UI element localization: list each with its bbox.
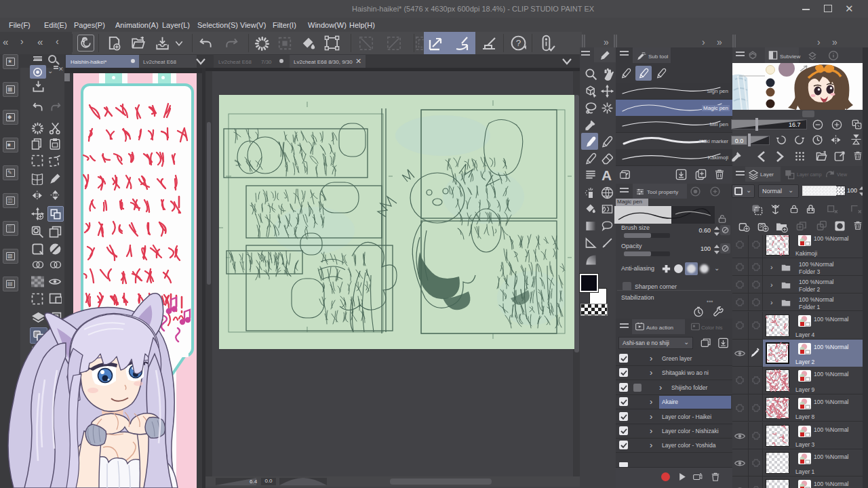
svg-text:?: ? [516,38,521,48]
